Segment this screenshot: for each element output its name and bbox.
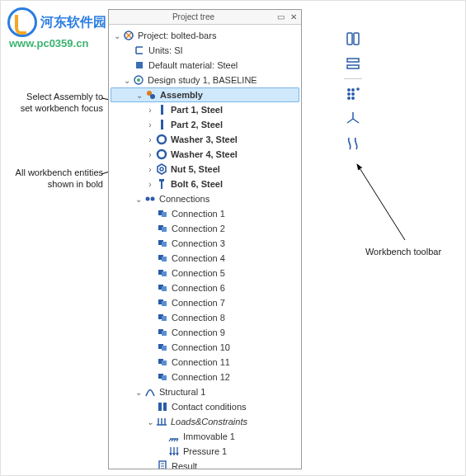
tree-connection[interactable]: Connection 2: [111, 221, 299, 236]
connection-icon: [157, 223, 168, 234]
toolbar-stack-icon[interactable]: [343, 54, 363, 73]
chevron-down-icon[interactable]: ⌄: [145, 417, 155, 427]
annotation-select-assembly: Select Assembly toset workbench focus: [2, 92, 103, 115]
tree-part[interactable]: › Nut 5, Steel: [111, 162, 299, 177]
svg-rect-32: [162, 301, 167, 306]
svg-rect-26: [162, 257, 167, 262]
panel-close-icon[interactable]: ✕: [289, 12, 299, 22]
svg-point-12: [158, 150, 166, 158]
tree-label: Connection 11: [172, 357, 230, 367]
svg-point-51: [352, 89, 354, 91]
chevron-right-icon[interactable]: ›: [145, 105, 155, 115]
svg-rect-34: [162, 316, 167, 321]
svg-point-8: [150, 94, 155, 99]
chevron-down-icon[interactable]: ⌄: [134, 387, 144, 397]
tree-label: Connection 2: [172, 224, 225, 233]
chevron-down-icon[interactable]: ⌄: [134, 194, 144, 204]
tree-connection[interactable]: Connection 12: [111, 370, 299, 384]
tree-label: Connection 12: [172, 372, 230, 382]
tree-part[interactable]: › Part 2, Steel: [111, 117, 299, 132]
tree-project[interactable]: ⌄ Project: bolted-bars: [111, 28, 299, 43]
project-tree[interactable]: ⌄ Project: bolted-bars Units: SI Default…: [109, 25, 301, 469]
tree-connections[interactable]: ⌄ Connections: [111, 191, 299, 206]
connection-icon: [157, 297, 168, 309]
svg-rect-42: [162, 375, 167, 380]
svg-point-18: [151, 197, 155, 201]
chevron-right-icon[interactable]: ›: [145, 179, 155, 189]
tree-units[interactable]: Units: SI: [111, 43, 299, 58]
tree-connection[interactable]: Connection 8: [111, 310, 299, 325]
svg-rect-49: [347, 65, 359, 68]
tree-label: Connection 8: [172, 313, 225, 323]
tree-connection[interactable]: Connection 10: [111, 340, 299, 355]
tree-connection[interactable]: Connection 3: [111, 236, 299, 251]
tree-assembly[interactable]: ⌄ Assembly: [111, 87, 299, 102]
tree-connection[interactable]: Connection 1: [111, 206, 299, 221]
chevron-down-icon[interactable]: ⌄: [122, 75, 132, 85]
tree-connection[interactable]: Connection 4: [111, 251, 299, 266]
svg-rect-10: [161, 120, 163, 130]
tree-connection[interactable]: Connection 7: [111, 295, 299, 310]
project-tree-panel: Project tree ▭ ✕ ⌄ Project: bolted-bars …: [108, 9, 302, 469]
tree-label: Washer 3, Steel: [171, 134, 238, 144]
washer-icon: [156, 148, 167, 160]
svg-rect-43: [158, 403, 162, 411]
loads-icon: [156, 416, 167, 427]
svg-rect-40: [162, 361, 167, 365]
connection-icon: [157, 208, 168, 219]
svg-point-17: [146, 197, 150, 201]
connection-icon: [157, 267, 168, 279]
units-icon: [134, 45, 145, 56]
tree-part[interactable]: › Bolt 6, Steel: [111, 177, 299, 191]
toolbar-grid-add-icon[interactable]: [343, 84, 363, 104]
tree-part[interactable]: › Washer 3, Steel: [111, 132, 299, 147]
tree-contact-conditions[interactable]: Contact conditions: [111, 399, 299, 414]
tree-loads-constraints[interactable]: ⌄ Loads&Constraints: [111, 414, 299, 429]
svg-rect-46: [347, 33, 352, 45]
tree-design-study[interactable]: ⌄ Design study 1, BASELINE: [111, 73, 299, 87]
tree-connection[interactable]: Connection 5: [111, 266, 299, 280]
tree-label: Result: [172, 461, 197, 469]
material-icon: [134, 59, 145, 71]
chevron-right-icon[interactable]: ›: [145, 149, 155, 159]
chevron-right-icon[interactable]: ›: [145, 120, 155, 130]
chevron-down-icon[interactable]: ⌄: [112, 31, 122, 40]
tree-label: Default material: Steel: [148, 60, 238, 70]
tree-label: Pressure 1: [183, 446, 227, 456]
panel-undock-icon[interactable]: ▭: [275, 12, 285, 22]
connection-icon: [157, 371, 168, 383]
annotation-bold-entities: All workbench entitiesshown in bold: [2, 167, 103, 191]
toolbar-deform-icon[interactable]: [343, 134, 363, 153]
tree-result[interactable]: Result: [111, 459, 299, 469]
tree-pressure[interactable]: Pressure 1: [111, 444, 299, 459]
toolbar-assembly-icon[interactable]: [343, 29, 363, 49]
toolbar-separator: [344, 78, 362, 79]
tree-label: Units: SI: [148, 45, 183, 55]
tree-connection[interactable]: Connection 9: [111, 325, 299, 340]
tree-connection[interactable]: Connection 11: [111, 355, 299, 370]
svg-line-2: [357, 164, 405, 240]
chevron-down-icon[interactable]: ⌄: [134, 90, 144, 100]
connection-icon: [157, 238, 168, 249]
svg-rect-45: [159, 461, 166, 469]
svg-rect-36: [162, 331, 167, 336]
chevron-right-icon[interactable]: ›: [145, 134, 155, 144]
tree-structural[interactable]: ⌄ Structural 1: [111, 384, 299, 399]
chevron-right-icon[interactable]: ›: [145, 164, 155, 174]
connection-icon: [157, 342, 168, 353]
tree-connection[interactable]: Connection 6: [111, 280, 299, 295]
tree-default-material[interactable]: Default material: Steel: [111, 58, 299, 73]
connection-icon: [157, 252, 168, 264]
tree-label: Contact conditions: [172, 402, 247, 412]
tree-label: Connection 9: [172, 328, 225, 337]
toolbar-axes-icon[interactable]: [343, 109, 363, 129]
panel-title: Project tree: [111, 12, 275, 21]
svg-rect-15: [159, 179, 164, 181]
svg-marker-13: [158, 164, 166, 174]
tree-part[interactable]: › Part 1, Steel: [111, 102, 299, 117]
svg-point-14: [160, 167, 163, 171]
part-bar-icon: [156, 104, 167, 115]
tree-part[interactable]: › Washer 4, Steel: [111, 147, 299, 162]
tree-immovable[interactable]: Immovable 1: [111, 429, 299, 444]
tree-label: Connection 5: [172, 268, 225, 278]
